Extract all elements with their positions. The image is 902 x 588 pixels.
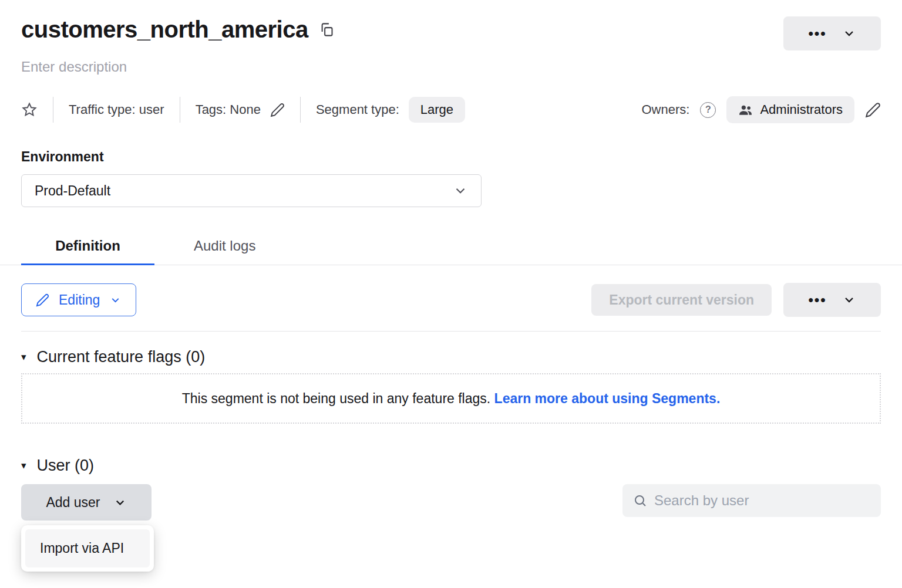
divider <box>21 331 881 332</box>
user-heading: User (0) <box>37 457 95 475</box>
learn-more-link[interactable]: Learn more about using Segments. <box>494 391 721 406</box>
copy-title-button[interactable] <box>319 22 335 38</box>
environment-label: Environment <box>21 149 881 165</box>
divider <box>53 97 53 123</box>
copy-icon <box>319 22 335 38</box>
segment-type-group: Segment type: Large <box>316 97 465 123</box>
pencil-icon <box>865 102 881 118</box>
collapse-triangle-icon: ▾ <box>21 352 26 362</box>
help-icon[interactable]: ? <box>700 102 716 118</box>
chevron-down-icon <box>842 293 856 307</box>
segment-type-badge: Large <box>409 97 465 123</box>
empty-state-message: This segment is not being used in any fe… <box>182 391 490 406</box>
toolbar-right: Export current version ••• <box>591 283 881 317</box>
header-more-actions-button[interactable]: ••• <box>783 16 881 50</box>
owners-pill[interactable]: Administrators <box>726 96 854 123</box>
people-icon <box>738 103 753 117</box>
owners-label: Owners: <box>641 102 689 117</box>
edit-tags-button[interactable] <box>270 103 285 117</box>
edit-owners-button[interactable] <box>865 102 881 118</box>
environment-selected-value: Prod-Default <box>35 183 110 199</box>
add-user-label: Add user <box>46 495 100 511</box>
title-wrap: customers_north_america <box>21 16 335 43</box>
feature-flags-empty-state: This segment is not being used in any fe… <box>21 373 881 424</box>
ellipsis-icon: ••• <box>808 292 826 308</box>
pencil-icon <box>36 293 49 307</box>
segment-type-label: Segment type: <box>316 102 399 117</box>
star-icon <box>21 102 38 118</box>
ellipsis-icon: ••• <box>808 25 826 42</box>
header: customers_north_america ••• <box>21 16 881 50</box>
tags-group: Tags: None <box>196 102 285 117</box>
chevron-down-icon <box>109 294 122 306</box>
collapse-triangle-icon: ▾ <box>21 461 26 471</box>
empty-state-text: This segment is not being used in any fe… <box>182 391 721 407</box>
divider <box>180 97 180 123</box>
meta-row: Traffic type: user Tags: None Segment ty… <box>21 96 881 123</box>
search-icon <box>633 494 647 508</box>
owners-value: Administrators <box>760 102 843 117</box>
definition-toolbar: Editing Export current version ••• <box>21 283 881 317</box>
page-title: customers_north_america <box>21 16 308 43</box>
feature-flags-heading: Current feature flags (0) <box>37 348 206 366</box>
user-section-header[interactable]: ▾ User (0) <box>21 457 881 475</box>
owners-group: Owners: ? Administrators <box>641 96 881 123</box>
user-controls-row: Add user Import via API <box>21 484 881 521</box>
editing-mode-button[interactable]: Editing <box>21 283 136 316</box>
tab-definition[interactable]: Definition <box>21 229 154 265</box>
traffic-type-text: Traffic type: user <box>69 102 164 117</box>
environment-select[interactable]: Prod-Default <box>21 174 482 207</box>
add-user-dropdown-menu: Import via API <box>21 525 154 572</box>
toolbar-more-actions-button[interactable]: ••• <box>783 283 881 317</box>
description-placeholder[interactable]: Enter description <box>21 59 881 75</box>
add-user-button[interactable]: Add user <box>21 484 152 521</box>
favorite-star-button[interactable] <box>21 102 38 118</box>
export-current-version-button[interactable]: Export current version <box>591 284 772 316</box>
feature-flags-section-header[interactable]: ▾ Current feature flags (0) <box>21 348 881 366</box>
tags-text: Tags: None <box>196 102 261 117</box>
user-search <box>622 484 881 517</box>
chevron-down-icon <box>453 183 468 198</box>
pencil-icon <box>270 103 285 117</box>
divider <box>300 97 301 123</box>
chevron-down-icon <box>842 26 856 40</box>
tab-bar: Definition Audit logs <box>0 229 902 265</box>
editing-label: Editing <box>59 292 100 308</box>
tab-audit-logs[interactable]: Audit logs <box>188 229 261 265</box>
menu-item-import-via-api[interactable]: Import via API <box>25 529 150 567</box>
search-by-user-input[interactable] <box>654 492 870 509</box>
chevron-down-icon <box>113 496 127 509</box>
segment-detail-page: customers_north_america ••• Enter descri… <box>0 0 902 521</box>
